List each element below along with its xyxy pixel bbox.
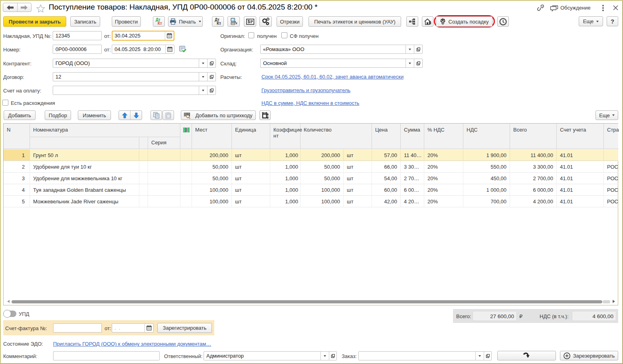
svg-text:$: $	[247, 19, 250, 24]
